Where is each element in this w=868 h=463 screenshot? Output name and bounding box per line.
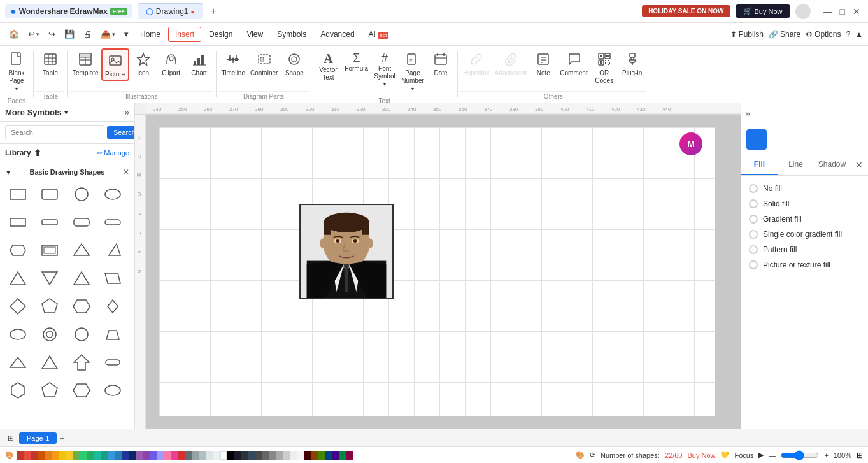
shape-item-triangle3[interactable] xyxy=(37,266,62,291)
shape-item-ellipse2[interactable] xyxy=(100,378,125,403)
color-swatch[interactable] xyxy=(80,451,87,460)
color-swatch[interactable] xyxy=(108,451,115,460)
shape-item-rect2[interactable] xyxy=(5,210,31,235)
color-swatch[interactable] xyxy=(297,451,304,460)
color-swatch[interactable] xyxy=(178,451,185,460)
color-swatch[interactable] xyxy=(290,451,297,460)
add-tab-button[interactable]: + xyxy=(208,6,219,17)
zoom-out-icon[interactable]: — xyxy=(769,452,776,459)
color-swatch[interactable] xyxy=(136,451,143,460)
shape-item-oval[interactable] xyxy=(5,322,31,347)
timeline-button[interactable]: Timeline xyxy=(219,48,248,78)
shape-item-triangle2[interactable] xyxy=(5,266,31,291)
undo-button[interactable]: ↩ ▾ xyxy=(24,27,43,41)
color-swatch[interactable] xyxy=(332,451,339,460)
shape-item-arrow-triangle[interactable] xyxy=(69,350,94,375)
share-button[interactable]: 🔗 Share xyxy=(769,30,800,39)
fit-page-button[interactable]: ⊞ xyxy=(857,451,863,460)
shape-item-stadium[interactable] xyxy=(100,210,125,235)
menu-symbols[interactable]: Symbols xyxy=(271,27,313,41)
shape-button[interactable]: Shape xyxy=(280,48,308,78)
color-swatch[interactable] xyxy=(164,451,171,460)
sidebar-collapse-button[interactable]: » xyxy=(124,107,129,117)
color-swatch[interactable] xyxy=(94,451,101,460)
close-button[interactable]: ✕ xyxy=(850,6,863,17)
color-swatch[interactable] xyxy=(129,451,136,460)
menu-home[interactable]: Home xyxy=(134,27,167,41)
pattern-fill-radio[interactable] xyxy=(749,245,758,254)
vector-text-button[interactable]: A VectorText xyxy=(314,48,342,83)
menu-insert[interactable]: Insert xyxy=(168,27,201,42)
home-nav-button[interactable]: 🏠 xyxy=(5,27,23,41)
menu-view[interactable]: View xyxy=(240,27,269,41)
color-swatch[interactable] xyxy=(262,451,269,460)
color-swatch[interactable] xyxy=(24,451,31,460)
close-section-button[interactable]: ✕ xyxy=(123,167,129,176)
icon-button[interactable]: Icon xyxy=(129,48,157,78)
color-swatch[interactable] xyxy=(66,451,73,460)
shape-item-ring[interactable] xyxy=(37,322,62,347)
page-number-button[interactable]: # PageNumber ▾ xyxy=(399,48,427,93)
shape-item-diamond[interactable] xyxy=(5,294,31,319)
fill-option-picture[interactable]: Picture or texture fill xyxy=(746,257,863,273)
buy-now-status[interactable]: Buy Now xyxy=(687,452,715,459)
add-page-button[interactable]: + xyxy=(59,433,64,443)
holiday-sale-button[interactable]: HOLIDAY SALE ON NOW xyxy=(642,5,730,17)
color-swatch[interactable] xyxy=(318,451,325,460)
maximize-button[interactable]: □ xyxy=(837,6,848,17)
fill-option-pattern[interactable]: Pattern fill xyxy=(746,242,863,257)
color-swatch[interactable] xyxy=(241,451,248,460)
shape-item-parallelogram[interactable] xyxy=(100,266,125,291)
zoom-slider[interactable] xyxy=(781,450,819,460)
shape-item-bevel[interactable] xyxy=(5,238,31,263)
color-swatch[interactable] xyxy=(101,451,108,460)
shape-item-triangle5[interactable] xyxy=(5,350,31,375)
color-swatch[interactable] xyxy=(122,451,129,460)
fill-option-solid[interactable]: Solid fill xyxy=(746,196,863,211)
page-settings-button[interactable]: ⊞ xyxy=(5,432,17,444)
shape-item-circle2[interactable] xyxy=(69,322,94,347)
attachment-button[interactable]: Attachment xyxy=(492,48,530,78)
color-swatch[interactable] xyxy=(213,451,220,460)
color-accent[interactable] xyxy=(746,129,767,150)
play-icon[interactable]: ▶ xyxy=(758,451,764,459)
table-button[interactable]: Table xyxy=(36,48,64,78)
canvas-area[interactable]: 240 250 260 270 280 290 300 310 320 330 … xyxy=(135,103,741,429)
shape-item-ellipse[interactable] xyxy=(100,182,125,207)
chart-button[interactable]: Chart xyxy=(185,48,213,78)
shape-item-rect-rounded[interactable] xyxy=(37,182,62,207)
picture-fill-radio[interactable] xyxy=(749,260,758,269)
color-swatch[interactable] xyxy=(206,451,213,460)
shape-item-capsule[interactable] xyxy=(100,350,125,375)
collapse-ribbon-button[interactable]: ▲ xyxy=(855,30,863,39)
color-swatch[interactable] xyxy=(17,451,24,460)
menu-advanced[interactable]: Advanced xyxy=(314,27,360,41)
publish-button[interactable]: ⬆ Publish xyxy=(730,30,764,39)
color-swatch[interactable] xyxy=(87,451,94,460)
shape-item-rect-thin[interactable] xyxy=(37,210,62,235)
qr-codes-button[interactable]: QRCodes xyxy=(590,48,618,86)
color-swatch[interactable] xyxy=(45,451,52,460)
color-swatch[interactable] xyxy=(171,451,178,460)
shape-item-rect[interactable] xyxy=(5,182,31,207)
shape-item-triangle6[interactable] xyxy=(37,350,62,375)
color-swatch[interactable] xyxy=(59,451,66,460)
canvas-image[interactable] xyxy=(299,204,394,299)
single-gradient-radio[interactable] xyxy=(749,230,758,239)
color-swatch[interactable] xyxy=(255,451,262,460)
canvas-container[interactable]: M xyxy=(146,115,741,429)
help-button[interactable]: ? xyxy=(846,30,850,39)
menu-ai[interactable]: AI hot xyxy=(362,27,395,41)
shape-item-rect-corner[interactable] xyxy=(69,210,94,235)
no-fill-radio[interactable] xyxy=(749,184,758,193)
panel-close-button[interactable]: ✕ xyxy=(850,155,868,175)
color-swatch[interactable] xyxy=(192,451,199,460)
gradient-fill-radio[interactable] xyxy=(749,215,758,224)
shape-item-circle[interactable] xyxy=(69,182,94,207)
shadow-tab[interactable]: Shadow xyxy=(814,155,850,175)
color-swatch[interactable] xyxy=(269,451,276,460)
user-avatar[interactable] xyxy=(795,4,811,19)
shape-item-hexagon[interactable] xyxy=(69,294,94,319)
solid-fill-radio[interactable] xyxy=(749,199,758,208)
manage-button[interactable]: ✏ Manage xyxy=(97,149,129,157)
